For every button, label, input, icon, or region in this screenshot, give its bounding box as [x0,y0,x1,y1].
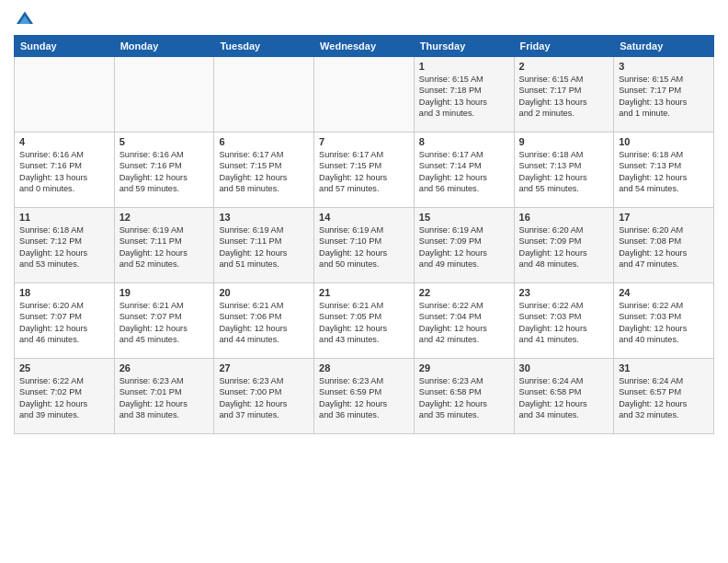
day-info: Sunrise: 6:15 AM Sunset: 7:17 PM Dayligh… [519,74,609,120]
day-number: 27 [219,362,309,373]
day-cell: 19Sunrise: 6:21 AM Sunset: 7:07 PM Dayli… [114,283,214,359]
day-info: Sunrise: 6:18 AM Sunset: 7:12 PM Dayligh… [19,224,109,270]
weekday-thursday: Thursday [414,36,514,57]
week-row-1: 1Sunrise: 6:15 AM Sunset: 7:18 PM Daylig… [15,57,714,132]
day-number: 25 [19,362,109,373]
week-row-4: 18Sunrise: 6:20 AM Sunset: 7:07 PM Dayli… [15,283,714,359]
day-number: 6 [219,136,309,147]
day-number: 3 [619,61,709,72]
page: SundayMondayTuesdayWednesdayThursdayFrid… [0,0,728,443]
day-cell: 16Sunrise: 6:20 AM Sunset: 7:09 PM Dayli… [514,208,614,283]
day-cell: 7Sunrise: 6:17 AM Sunset: 7:15 PM Daylig… [314,132,415,208]
day-number: 7 [319,136,409,147]
logo [14,9,34,28]
day-cell: 8Sunrise: 6:17 AM Sunset: 7:14 PM Daylig… [414,132,514,208]
day-number: 10 [619,136,709,147]
week-row-3: 11Sunrise: 6:18 AM Sunset: 7:12 PM Dayli… [15,208,714,283]
day-cell: 17Sunrise: 6:20 AM Sunset: 7:08 PM Dayli… [614,208,714,283]
day-number: 31 [619,362,709,373]
day-cell: 5Sunrise: 6:16 AM Sunset: 7:16 PM Daylig… [114,132,214,208]
day-cell [15,57,115,132]
day-number: 9 [519,136,609,147]
weekday-monday: Monday [114,36,214,57]
day-cell [214,57,314,132]
weekday-sunday: Sunday [15,36,115,57]
day-number: 11 [19,212,109,223]
day-cell: 12Sunrise: 6:19 AM Sunset: 7:11 PM Dayli… [114,208,214,283]
day-info: Sunrise: 6:15 AM Sunset: 7:18 PM Dayligh… [419,74,509,120]
day-cell: 25Sunrise: 6:22 AM Sunset: 7:02 PM Dayli… [15,359,115,434]
day-info: Sunrise: 6:15 AM Sunset: 7:17 PM Dayligh… [619,74,709,120]
day-cell: 20Sunrise: 6:21 AM Sunset: 7:06 PM Dayli… [214,283,314,359]
day-cell: 21Sunrise: 6:21 AM Sunset: 7:05 PM Dayli… [314,283,415,359]
day-info: Sunrise: 6:16 AM Sunset: 7:16 PM Dayligh… [119,149,210,195]
day-number: 17 [619,212,709,223]
day-info: Sunrise: 6:21 AM Sunset: 7:05 PM Dayligh… [319,300,409,346]
day-cell [314,57,415,132]
day-info: Sunrise: 6:22 AM Sunset: 7:04 PM Dayligh… [419,300,509,346]
day-info: Sunrise: 6:22 AM Sunset: 7:03 PM Dayligh… [619,300,709,346]
day-info: Sunrise: 6:20 AM Sunset: 7:09 PM Dayligh… [519,224,609,270]
day-info: Sunrise: 6:19 AM Sunset: 7:11 PM Dayligh… [219,224,309,270]
weekday-header-row: SundayMondayTuesdayWednesdayThursdayFrid… [15,36,714,57]
day-cell: 10Sunrise: 6:18 AM Sunset: 7:13 PM Dayli… [614,132,714,208]
week-row-2: 4Sunrise: 6:16 AM Sunset: 7:16 PM Daylig… [15,132,714,208]
day-info: Sunrise: 6:19 AM Sunset: 7:11 PM Dayligh… [119,224,210,270]
day-info: Sunrise: 6:22 AM Sunset: 7:02 PM Dayligh… [19,375,109,421]
day-cell: 3Sunrise: 6:15 AM Sunset: 7:17 PM Daylig… [614,57,714,132]
day-number: 8 [419,136,509,147]
week-row-5: 25Sunrise: 6:22 AM Sunset: 7:02 PM Dayli… [15,359,714,434]
day-number: 22 [419,287,509,298]
day-info: Sunrise: 6:17 AM Sunset: 7:15 PM Dayligh… [219,149,309,195]
day-cell: 11Sunrise: 6:18 AM Sunset: 7:12 PM Dayli… [15,208,115,283]
day-cell: 4Sunrise: 6:16 AM Sunset: 7:16 PM Daylig… [15,132,115,208]
day-info: Sunrise: 6:21 AM Sunset: 7:07 PM Dayligh… [119,300,210,346]
day-info: Sunrise: 6:23 AM Sunset: 6:58 PM Dayligh… [419,375,509,421]
day-number: 30 [519,362,609,373]
day-cell: 24Sunrise: 6:22 AM Sunset: 7:03 PM Dayli… [614,283,714,359]
logo-icon [16,9,34,28]
calendar-table: SundayMondayTuesdayWednesdayThursdayFrid… [14,35,714,434]
day-number: 20 [219,287,309,298]
day-cell: 31Sunrise: 6:24 AM Sunset: 6:57 PM Dayli… [614,359,714,434]
weekday-tuesday: Tuesday [214,36,314,57]
day-number: 23 [519,287,609,298]
day-info: Sunrise: 6:19 AM Sunset: 7:09 PM Dayligh… [419,224,509,270]
weekday-friday: Friday [514,36,614,57]
day-cell: 26Sunrise: 6:23 AM Sunset: 7:01 PM Dayli… [114,359,214,434]
day-cell: 23Sunrise: 6:22 AM Sunset: 7:03 PM Dayli… [514,283,614,359]
day-number: 13 [219,212,309,223]
day-info: Sunrise: 6:16 AM Sunset: 7:16 PM Dayligh… [19,149,109,195]
day-number: 21 [319,287,409,298]
day-info: Sunrise: 6:19 AM Sunset: 7:10 PM Dayligh… [319,224,409,270]
day-number: 15 [419,212,509,223]
day-cell: 2Sunrise: 6:15 AM Sunset: 7:17 PM Daylig… [514,57,614,132]
day-cell: 27Sunrise: 6:23 AM Sunset: 7:00 PM Dayli… [214,359,314,434]
day-cell: 18Sunrise: 6:20 AM Sunset: 7:07 PM Dayli… [15,283,115,359]
day-cell: 6Sunrise: 6:17 AM Sunset: 7:15 PM Daylig… [214,132,314,208]
day-info: Sunrise: 6:18 AM Sunset: 7:13 PM Dayligh… [519,149,609,195]
day-number: 18 [19,287,109,298]
day-number: 5 [119,136,210,147]
day-info: Sunrise: 6:17 AM Sunset: 7:15 PM Dayligh… [319,149,409,195]
day-info: Sunrise: 6:23 AM Sunset: 7:01 PM Dayligh… [119,375,210,421]
day-cell: 29Sunrise: 6:23 AM Sunset: 6:58 PM Dayli… [414,359,514,434]
weekday-saturday: Saturday [614,36,714,57]
header [14,9,714,28]
day-number: 2 [519,61,609,72]
day-cell [114,57,214,132]
day-info: Sunrise: 6:20 AM Sunset: 7:08 PM Dayligh… [619,224,709,270]
day-cell: 9Sunrise: 6:18 AM Sunset: 7:13 PM Daylig… [514,132,614,208]
day-number: 12 [119,212,210,223]
day-info: Sunrise: 6:20 AM Sunset: 7:07 PM Dayligh… [19,300,109,346]
day-cell: 1Sunrise: 6:15 AM Sunset: 7:18 PM Daylig… [414,57,514,132]
day-number: 14 [319,212,409,223]
day-number: 16 [519,212,609,223]
day-info: Sunrise: 6:18 AM Sunset: 7:13 PM Dayligh… [619,149,709,195]
day-cell: 13Sunrise: 6:19 AM Sunset: 7:11 PM Dayli… [214,208,314,283]
day-info: Sunrise: 6:23 AM Sunset: 6:59 PM Dayligh… [319,375,409,421]
day-number: 24 [619,287,709,298]
day-info: Sunrise: 6:21 AM Sunset: 7:06 PM Dayligh… [219,300,309,346]
day-info: Sunrise: 6:24 AM Sunset: 6:57 PM Dayligh… [619,375,709,421]
day-cell: 14Sunrise: 6:19 AM Sunset: 7:10 PM Dayli… [314,208,415,283]
